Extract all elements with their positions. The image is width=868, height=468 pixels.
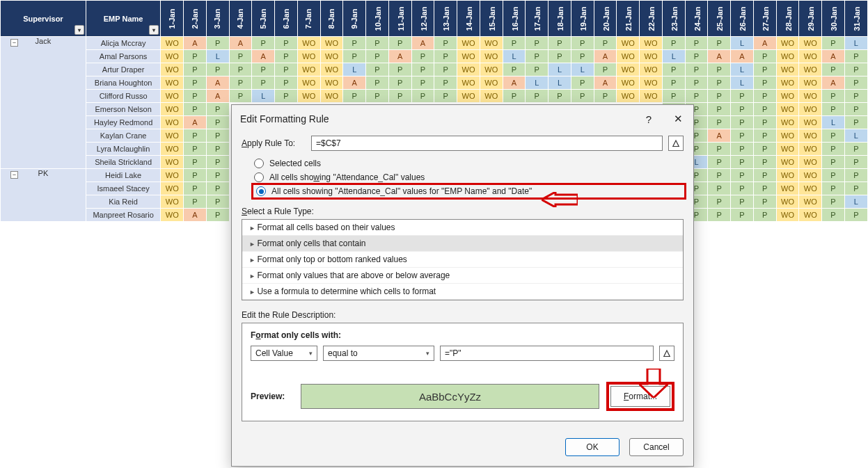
value-cell[interactable]: P [388,90,411,103]
value-cell[interactable]: P [844,90,867,103]
value-cell[interactable]: A [708,50,731,63]
value-cell[interactable]: P [571,37,594,50]
close-icon[interactable]: ✕ [670,111,686,127]
value-cell[interactable]: P [708,37,731,50]
value-cell[interactable]: L [206,50,229,63]
value-cell[interactable]: P [206,182,229,195]
value-cell[interactable]: WO [799,143,822,156]
value-cell[interactable]: P [526,90,549,103]
radio-selected-cells[interactable]: Selected cells [254,156,684,170]
value-cell[interactable]: P [184,76,207,90]
value-cell[interactable]: P [434,50,457,63]
value-cell[interactable]: P [731,116,754,129]
ok-button[interactable]: OK [565,438,620,456]
value-cell[interactable]: P [753,116,776,129]
value-cell[interactable]: P [708,169,731,182]
value-cell[interactable]: P [229,50,252,63]
value-cell[interactable]: P [708,116,731,129]
value-cell[interactable]: A [731,50,754,63]
value-cell[interactable]: L [252,90,275,103]
value-cell[interactable]: WO [297,63,320,76]
value-cell[interactable]: P [753,182,776,195]
value-cell[interactable]: P [685,76,708,90]
value-cell[interactable]: P [753,156,776,169]
value-cell[interactable]: WO [161,63,184,76]
value-cell[interactable]: P [844,76,867,90]
value-cell[interactable]: WO [799,209,822,222]
value-cell[interactable]: WO [161,156,184,169]
value-cell[interactable]: WO [457,63,480,76]
value-cell[interactable]: WO [640,63,663,76]
value-cell[interactable]: P [822,63,845,76]
emp-name-cell[interactable]: Artur Draper [86,63,161,76]
value-cell[interactable]: P [708,103,731,116]
value-cell[interactable]: P [503,63,526,76]
value-cell[interactable]: P [252,37,275,50]
value-cell[interactable]: WO [617,50,640,63]
value-cell[interactable]: P [229,63,252,76]
value-cell[interactable]: L [731,76,754,90]
col-day[interactable]: 3-Jan [206,1,229,37]
value-cell[interactable]: WO [776,209,799,222]
value-cell[interactable]: P [411,90,434,103]
col-day[interactable]: 1-Jan [161,1,184,37]
value-cell[interactable]: WO [161,50,184,63]
value-cell[interactable]: P [184,50,207,63]
value-cell[interactable]: WO [161,169,184,182]
value-cell[interactable]: P [822,37,845,50]
value-cell[interactable]: P [731,169,754,182]
col-day[interactable]: 29-Jan [799,1,822,37]
rule-type-item[interactable]: Format only top or bottom ranked values [242,252,683,268]
operator-combo[interactable]: equal to▾ [323,346,434,361]
value-cell[interactable]: WO [776,182,799,195]
value-cell[interactable]: WO [297,37,320,50]
value-cell[interactable]: WO [480,37,503,50]
col-day[interactable]: 9-Jan [343,1,366,37]
col-emp-name[interactable]: EMP Name ▾ [86,1,161,37]
value-cell[interactable]: P [549,37,571,50]
value-cell[interactable]: P [434,90,457,103]
rule-type-item[interactable]: Format all cells based on their values [242,220,683,236]
value-cell[interactable]: P [206,169,229,182]
value-cell[interactable]: L [844,195,867,209]
value-cell[interactable]: WO [161,209,184,222]
col-day[interactable]: 18-Jan [549,1,571,37]
value-cell[interactable]: WO [320,90,343,103]
emp-name-cell[interactable]: Hayley Redmond [86,116,161,129]
value-cell[interactable]: WO [776,129,799,143]
col-day[interactable]: 5-Jan [252,1,275,37]
value-cell[interactable]: P [184,169,207,182]
value-cell[interactable]: P [503,37,526,50]
value-cell[interactable]: P [685,50,708,63]
value-cell[interactable]: P [822,209,845,222]
radio-all-values-by-fields[interactable]: All cells showing "Attendance_Cal" value… [251,183,686,200]
filter-icon[interactable]: ▾ [149,25,159,35]
value-cell[interactable]: L [526,76,549,90]
value-cell[interactable]: P [731,195,754,209]
value-cell[interactable]: WO [161,116,184,129]
value-cell[interactable]: WO [799,169,822,182]
value-cell[interactable]: WO [161,195,184,209]
value-cell[interactable]: P [184,90,207,103]
value-cell[interactable]: WO [161,103,184,116]
value-cell[interactable]: P [366,50,389,63]
value-cell[interactable]: WO [480,63,503,76]
col-supervisor[interactable]: Supervisor ▾ [1,1,86,37]
value-cell[interactable]: P [594,63,617,76]
value-cell[interactable]: WO [617,76,640,90]
value-cell[interactable]: P [753,63,776,76]
value-cell[interactable]: P [366,37,389,50]
value-cell[interactable]: L [844,37,867,50]
value-cell[interactable]: P [571,76,594,90]
value-cell[interactable]: P [434,63,457,76]
value-cell[interactable]: WO [776,37,799,50]
value-cell[interactable]: P [275,76,298,90]
value-cell[interactable]: WO [799,195,822,209]
value-cell[interactable]: WO [776,156,799,169]
value-cell[interactable]: WO [320,37,343,50]
value-cell[interactable]: P [708,156,731,169]
value-cell[interactable]: WO [617,37,640,50]
value-cell[interactable]: WO [799,103,822,116]
emp-name-cell[interactable]: Kia Reid [86,195,161,209]
value-cell[interactable]: P [343,37,366,50]
